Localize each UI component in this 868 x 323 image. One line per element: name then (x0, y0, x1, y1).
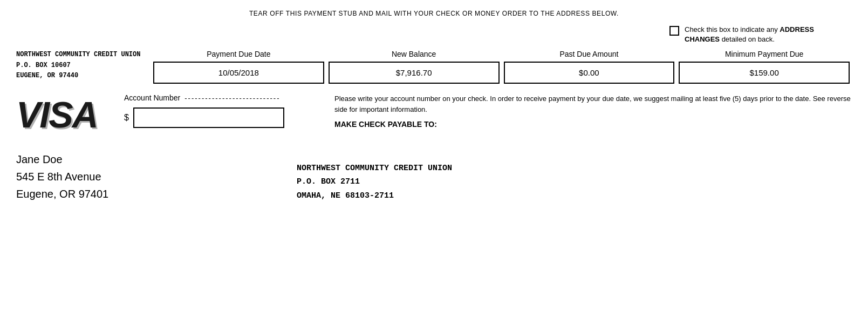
address-change-checkbox[interactable] (669, 26, 679, 36)
recipient-address: Jane Doe 545 E 8th Avenue Eugene, OR 974… (16, 151, 189, 203)
amount-input-row: $ (124, 107, 318, 128)
payment-labels: Payment Due Date New Balance Past Due Am… (151, 50, 852, 58)
payment-values: 10/05/2018 $7,916.70 $0.00 $159.00 (151, 62, 852, 84)
top-instruction: TEAR OFF THIS PAYMENT STUB AND MAIL WITH… (16, 10, 852, 17)
instructions-area: Please write your account number on your… (334, 93, 852, 134)
make-check-payable: MAKE CHECK PAYABLE TO: (334, 119, 852, 130)
recipient-address2: Eugene, OR 97401 (16, 185, 189, 203)
address-change-row: Check this box to indicate any ADDRESS C… (16, 25, 852, 44)
label-new-balance: New Balance (326, 50, 502, 58)
recipient-name: Jane Doe (16, 151, 189, 168)
value-minimum-payment-due: $159.00 (679, 62, 850, 84)
row2: VISA Account Number --------------------… (16, 93, 852, 134)
account-number-row: Account Number -------------------------… (124, 93, 318, 102)
value-payment-due-date: 10/05/2018 (153, 62, 324, 84)
sender-address: NORTHWEST COMMUNITY CREDIT UNION P.O. BO… (16, 50, 146, 81)
account-number-label: Account Number (124, 93, 180, 102)
address-change-text: Check this box to indicate any ADDRESS C… (685, 25, 836, 44)
recipient-address1: 545 E 8th Avenue (16, 168, 189, 185)
visa-logo: VISA (16, 96, 113, 133)
label-payment-due-date: Payment Due Date (151, 50, 326, 58)
value-past-due-amount: $0.00 (504, 62, 675, 84)
label-minimum-payment-due: Minimum Payment Due (676, 50, 852, 58)
amount-input-box[interactable] (133, 107, 284, 128)
instruction-text: TEAR OFF THIS PAYMENT STUB AND MAIL WITH… (249, 10, 619, 17)
row3: Jane Doe 545 E 8th Avenue Eugene, OR 974… (16, 151, 852, 203)
dollar-sign: $ (124, 113, 129, 123)
account-payment-area: Account Number -------------------------… (124, 93, 318, 128)
payable-line1: NORTHWEST COMMUNITY CREDIT UNION (297, 162, 852, 176)
payment-stub: TEAR OFF THIS PAYMENT STUB AND MAIL WITH… (0, 0, 868, 323)
sender-line1: NORTHWEST COMMUNITY CREDIT UNION (16, 50, 146, 60)
row1: NORTHWEST COMMUNITY CREDIT UNION P.O. BO… (16, 50, 852, 84)
payable-to-address: NORTHWEST COMMUNITY CREDIT UNION P.O. BO… (189, 162, 852, 203)
sender-line2: P.O. BOX 10607 (16, 60, 146, 71)
payable-line3: OMAHA, NE 68103-2711 (297, 189, 852, 203)
label-past-due-amount: Past Due Amount (502, 50, 677, 58)
value-new-balance: $7,916.70 (329, 62, 500, 84)
instructions-paragraph: Please write your account number on your… (334, 93, 852, 115)
payable-line2: P.O. BOX 2711 (297, 175, 852, 189)
account-number-dots: ---------------------------- (184, 94, 280, 102)
payment-fields: Payment Due Date New Balance Past Due Am… (151, 50, 852, 84)
sender-line3: EUGENE, OR 97440 (16, 71, 146, 81)
